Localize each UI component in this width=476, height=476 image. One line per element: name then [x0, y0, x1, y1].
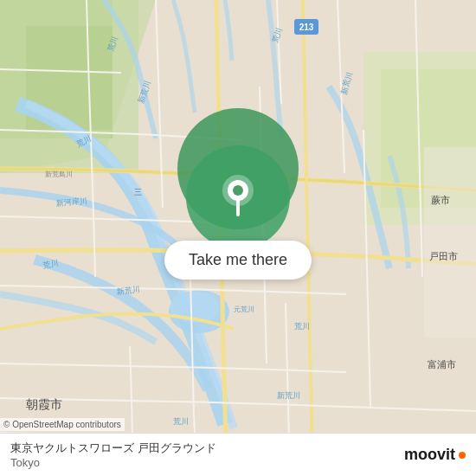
- map-container: 213 朝霞市 蕨市 戸田市 富浦市 荒川 荒川 新荒川 新河岸川 荒川 新荒川…: [0, 0, 476, 476]
- svg-text:元荒川: 元荒川: [234, 306, 254, 313]
- svg-text:213: 213: [299, 23, 314, 32]
- place-name: 東京ヤクルトスワローズ 戸田グラウンド: [10, 441, 216, 456]
- svg-text:富浦市: 富浦市: [428, 359, 456, 370]
- svg-text:荒川: 荒川: [173, 417, 189, 426]
- svg-text:戸田市: 戸田市: [429, 251, 458, 261]
- take-me-there-container: Take me there: [164, 145, 312, 280]
- bottom-bar: 東京ヤクルトスワローズ 戸田グラウンド Tokyo moovit: [0, 433, 476, 476]
- attribution: © OpenStreetMap contributors: [0, 418, 125, 431]
- svg-text:蕨市: 蕨市: [431, 195, 450, 205]
- moovit-brand-text: moovit: [404, 446, 455, 464]
- moovit-dot: [459, 452, 466, 459]
- place-city: Tokyo: [10, 456, 216, 469]
- map-pin-icon: [216, 171, 260, 223]
- svg-text:三: 三: [134, 188, 142, 196]
- svg-text:新荒川: 新荒川: [277, 391, 300, 400]
- moovit-logo: moovit: [404, 446, 466, 464]
- map-pin-circle: [186, 145, 290, 249]
- svg-point-34: [233, 185, 243, 196]
- svg-text:荒川: 荒川: [294, 322, 310, 331]
- svg-text:新荒島川: 新荒島川: [45, 170, 73, 178]
- take-me-there-button[interactable]: Take me there: [164, 241, 312, 280]
- place-info: 東京ヤクルトスワローズ 戸田グラウンド Tokyo: [10, 441, 216, 469]
- svg-text:朝霞市: 朝霞市: [26, 397, 62, 411]
- svg-rect-10: [424, 147, 476, 338]
